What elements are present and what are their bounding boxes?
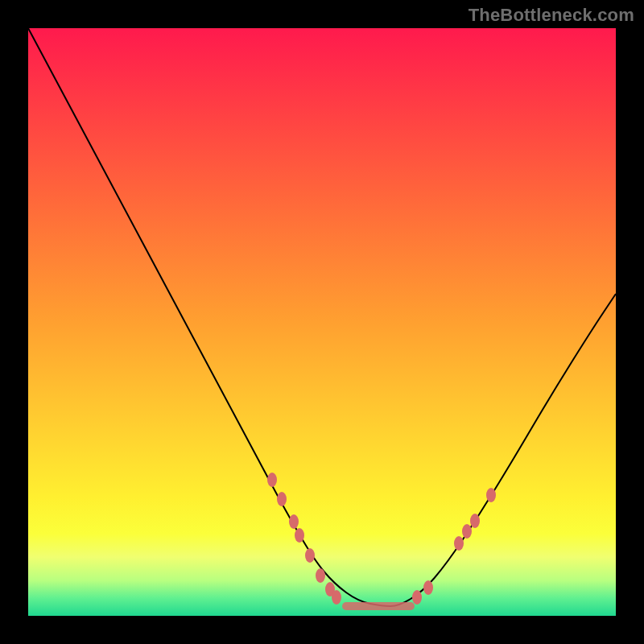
highlight-point bbox=[295, 528, 304, 543]
highlight-point bbox=[277, 492, 287, 506]
chart-frame: TheBottleneck.com bbox=[0, 0, 644, 644]
plot-area bbox=[28, 28, 616, 616]
highlight-point bbox=[454, 536, 464, 551]
highlight-point bbox=[423, 580, 433, 595]
bottleneck-curve bbox=[28, 28, 616, 606]
curve-svg bbox=[28, 28, 616, 616]
highlight-point bbox=[305, 548, 315, 563]
highlight-point bbox=[267, 473, 277, 487]
highlight-point bbox=[289, 514, 299, 529]
highlight-point bbox=[316, 568, 325, 583]
highlight-point bbox=[470, 514, 480, 528]
highlight-point bbox=[462, 524, 472, 539]
watermark-text: TheBottleneck.com bbox=[469, 5, 634, 26]
highlight-point bbox=[332, 590, 341, 605]
highlight-point bbox=[412, 590, 422, 605]
highlight-markers bbox=[267, 473, 496, 606]
highlight-point bbox=[486, 488, 496, 502]
